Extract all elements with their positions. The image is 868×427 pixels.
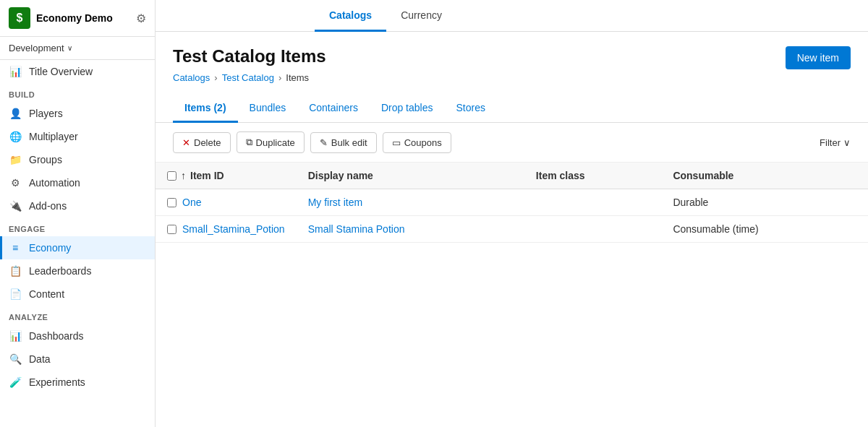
row-1-consumable: Consumable (time) [661,216,868,243]
sidebar-label-economy: Economy [29,242,71,254]
sidebar-label-experiments: Experiments [29,376,85,388]
filter-button[interactable]: Filter ∨ [820,137,851,148]
page-header-left: Test Catalog Items Catalogs › Test Catal… [173,46,326,95]
sidebar-label-data: Data [29,353,51,365]
delete-button[interactable]: ✕ Delete [173,132,231,153]
breadcrumb-sep-1: › [214,72,217,83]
bulk-edit-button[interactable]: ✎ Bulk edit [310,132,377,153]
sidebar-header: $ Economy Demo ⚙ [0,0,155,37]
sidebar-item-automation[interactable]: ⚙Automation [0,171,155,194]
page-header: Test Catalog Items Catalogs › Test Catal… [156,32,868,95]
row-0-item-id[interactable]: One [182,197,201,208]
environment-label: Development [9,43,64,53]
items-table: ↑ Item ID Display name Item class Consum… [156,163,868,243]
automation-icon: ⚙ [9,177,22,189]
sidebar-label-players: Players [29,108,63,119]
bulk-edit-icon: ✎ [320,137,328,148]
table-row: Small_Stamina_Potion Small Stamina Potio… [156,216,868,243]
row-0-checkbox[interactable] [167,198,176,207]
row-0-display-name-link[interactable]: My first item [308,197,362,208]
coupons-label: Coupons [404,137,442,148]
row-0-item-class [524,189,662,216]
top-tabs-bar: Catalogs Currency [156,0,868,32]
sidebar-item-content[interactable]: 📄Content [0,282,155,306]
sidebar-item-multiplayer[interactable]: 🌐Multiplayer [0,125,155,148]
content-tab-bundles[interactable]: Bundles [238,95,298,123]
sidebar-section-analyze: ANALYZE [0,306,155,324]
content-tab-stores[interactable]: Stores [444,95,496,123]
players-icon: 👤 [9,108,22,119]
page-title: Test Catalog Items [173,46,326,66]
sidebar-item-experiments[interactable]: 🧪Experiments [0,371,155,394]
sidebar-nav: 📊Title OverviewBUILD👤Players🌐Multiplayer… [0,60,155,394]
consumable-header: Consumable [661,163,868,189]
row-0-item-id-cell: One [156,189,297,216]
content-tab-items[interactable]: Items (2) [173,95,238,123]
tab-currency[interactable]: Currency [386,1,456,32]
row-1-display-name-link[interactable]: Small Stamina Potion [308,223,405,235]
experiments-icon: 🧪 [9,376,22,388]
sidebar-label-dashboards: Dashboards [29,330,84,342]
row-0-consumable: Durable [661,189,868,216]
sidebar-label-add-ons: Add-ons [29,200,67,212]
row-1-item-id-cell: Small_Stamina_Potion [156,216,297,243]
sidebar-label-multiplayer: Multiplayer [29,131,78,142]
app-icon: $ [9,7,30,29]
content-tabs: Items (2)BundlesContainersDrop tablesSto… [156,95,868,123]
main-content: Test Catalog Items Catalogs › Test Catal… [156,32,868,427]
leaderboards-icon: 📋 [9,265,22,277]
sidebar-item-players[interactable]: 👤Players [0,102,155,125]
breadcrumb-test-catalog[interactable]: Test Catalog [222,72,274,83]
content-tab-containers[interactable]: Containers [297,95,370,123]
delete-label: Delete [194,137,221,148]
duplicate-icon: ⧉ [246,137,252,148]
sidebar-label-groups: Groups [29,154,62,165]
coupons-button[interactable]: ▭ Coupons [383,132,451,153]
row-1-item-id[interactable]: Small_Stamina_Potion [182,223,285,235]
table-container: ↑ Item ID Display name Item class Consum… [156,163,868,243]
item-id-header: Item ID [190,170,224,181]
row-1-checkbox[interactable] [167,225,176,234]
row-0-display-name: My first item [297,189,524,216]
coupons-icon: ▭ [392,137,401,148]
sidebar-item-add-ons[interactable]: 🔌Add-ons [0,194,155,217]
filter-label: Filter [820,137,841,148]
add-ons-icon: 🔌 [9,200,22,212]
sidebar-label-leaderboards: Leaderboards [29,265,91,277]
sidebar-section-build: BUILD [0,83,155,102]
filter-chevron-icon: ∨ [843,137,851,148]
dashboards-icon: 📊 [9,330,22,342]
sidebar: $ Economy Demo ⚙ Development ∨ 📊Title Ov… [0,0,156,427]
sidebar-label-automation: Automation [29,177,80,189]
select-all-checkbox[interactable] [167,171,176,181]
breadcrumb-sep-2: › [278,72,281,83]
sidebar-item-groups[interactable]: 📁Groups [0,148,155,171]
app-name: $ Economy Demo [9,7,113,29]
item-class-header: Item class [524,163,662,189]
x-icon: ✕ [182,137,190,148]
sidebar-item-economy[interactable]: ≡Economy [0,236,155,259]
bulk-edit-label: Bulk edit [331,137,367,148]
content-tab-drop-tables[interactable]: Drop tables [370,95,445,123]
breadcrumb-catalogs[interactable]: Catalogs [173,72,210,83]
sort-icon: ↑ [181,170,186,181]
settings-icon[interactable]: ⚙ [136,12,146,25]
table-toolbar: ✕ Delete ⧉ Duplicate ✎ Bulk edit ▭ Coupo… [156,123,868,163]
multiplayer-icon: 🌐 [9,131,22,142]
sidebar-item-dashboards[interactable]: 📊Dashboards [0,324,155,348]
row-1-item-class [524,216,662,243]
sidebar-item-leaderboards[interactable]: 📋Leaderboards [0,259,155,282]
sidebar-item-title-overview[interactable]: 📊Title Overview [0,60,155,83]
new-item-button[interactable]: New item [786,46,851,69]
tab-catalogs[interactable]: Catalogs [315,1,386,32]
breadcrumb-items: Items [286,72,309,83]
duplicate-label: Duplicate [256,137,295,148]
environment-selector[interactable]: Development ∨ [0,37,155,60]
economy-icon: ≡ [9,242,22,254]
sidebar-label-title-overview: Title Overview [29,66,93,77]
breadcrumb: Catalogs › Test Catalog › Items [173,72,326,83]
row-1-display-name: Small Stamina Potion [297,216,524,243]
duplicate-button[interactable]: ⧉ Duplicate [237,131,305,153]
sidebar-item-data[interactable]: 🔍Data [0,348,155,371]
table-row: One My first item Durable [156,189,868,216]
